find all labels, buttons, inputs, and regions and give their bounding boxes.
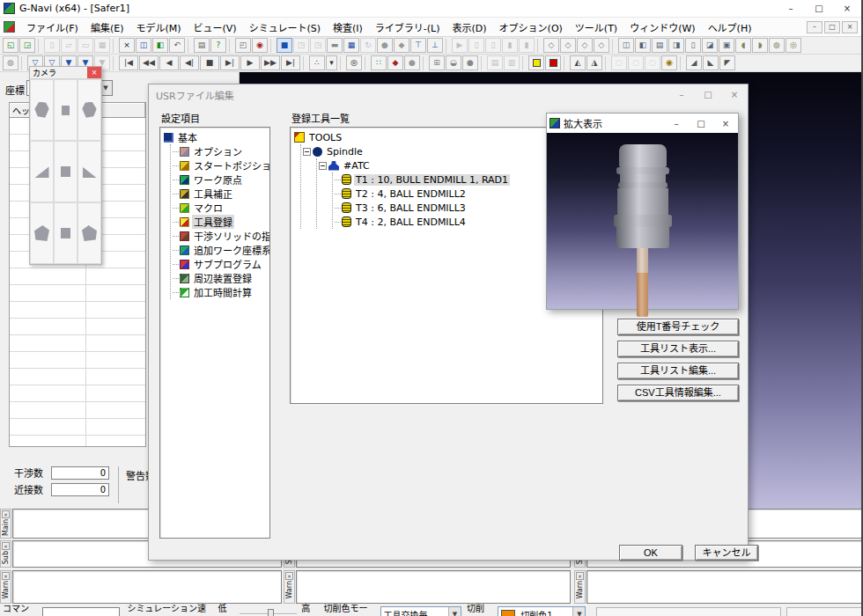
settings-tree-item[interactable]: スタートポジション (173, 158, 269, 172)
collapse-icon[interactable] (303, 148, 311, 156)
toolbar-button-icon[interactable]: ◗ (752, 38, 768, 53)
camera-view-button-sq-s[interactable] (54, 79, 77, 141)
toolbar-button-icon[interactable]: ▦ (343, 38, 359, 53)
tool-3d-preview[interactable] (547, 133, 738, 309)
toolbar-button-icon[interactable]: ◰ (235, 38, 251, 53)
side-button-4[interactable]: CSV工具情報編集... (617, 385, 739, 401)
toolbar-button-icon[interactable]: ◀◀ (139, 55, 159, 70)
toolbar-button-icon[interactable]: ◢ (686, 55, 702, 70)
toolbar-button-icon[interactable]: ◆ (387, 55, 403, 70)
toolbar-button-icon[interactable]: ◇ (560, 38, 576, 53)
close-icon[interactable]: × (2, 510, 10, 518)
output-panel-tab[interactable]: ×Sub (0, 540, 11, 568)
toolbar-button-icon[interactable]: ■ (277, 38, 292, 53)
close-icon[interactable]: × (285, 572, 293, 580)
close-icon[interactable]: × (2, 572, 10, 580)
toolbar-button-icon[interactable]: ◌ (628, 55, 644, 70)
zoom-minimize-button[interactable]: – (664, 114, 689, 133)
toolbar-button-icon[interactable]: ◇ (594, 38, 609, 53)
toolbar-button-icon[interactable]: ▦ (94, 38, 110, 53)
menu-item[interactable]: ウィンドウ(W) (623, 18, 701, 36)
toolbar-button-icon[interactable]: ∴ (309, 55, 325, 70)
zoom-maximize-button[interactable]: □ (689, 114, 713, 133)
toolbar-button-icon[interactable]: ◉ (661, 55, 677, 70)
simulation-speed-slider[interactable] (240, 608, 297, 616)
menu-item[interactable]: ビュー(V) (188, 18, 243, 36)
ok-button[interactable]: OK (619, 545, 682, 561)
toolbar-button-icon[interactable]: ▶| (220, 55, 240, 70)
toolbar-button-icon[interactable]: ⊞ (429, 55, 445, 70)
toolbar-button-icon[interactable]: ◲ (19, 38, 35, 53)
zoom-close-button[interactable]: × (713, 114, 738, 133)
toolbar-button-icon[interactable] (528, 55, 544, 70)
cut-color-select[interactable]: 切削色1 ▼ (498, 606, 586, 616)
side-button-1[interactable]: 使用T番号チェック (617, 319, 739, 335)
toolbar-button-icon[interactable]: ▤ (652, 38, 668, 53)
tree-item-root[interactable]: 基本 (164, 130, 269, 144)
toolbar-button-icon[interactable]: ◉ (252, 38, 268, 53)
settings-tree-item[interactable]: 周辺装置登録 (173, 271, 269, 285)
cut-color-mode-select[interactable]: 工具交換毎 ▼ (380, 606, 462, 616)
toolbar-button-icon[interactable]: ▶| (281, 55, 300, 70)
toolbar-button-icon[interactable]: ◍ (3, 55, 18, 70)
menu-item[interactable]: ファイル(F) (20, 18, 85, 36)
settings-tree-item[interactable]: 追加ワーク座標系 (173, 243, 269, 257)
toolbar-button-icon[interactable]: ◳ (310, 38, 326, 53)
toolbar-button-icon[interactable]: ▤ (487, 55, 503, 70)
toolbar-button-icon[interactable]: ◳ (293, 38, 309, 53)
toolbar-button-icon[interactable]: ◇ (577, 38, 593, 53)
menu-item[interactable]: シミュレート(S) (243, 18, 327, 36)
toolbar-button-icon[interactable]: ▯ (485, 38, 501, 53)
output-panel-tab[interactable]: ×Warn (574, 570, 586, 604)
output-panel-tab[interactable]: ×Main (0, 509, 11, 539)
toolbar-button-icon[interactable]: ▯ (685, 38, 701, 53)
close-icon[interactable]: × (576, 572, 584, 580)
toolbar-button-icon[interactable]: ▮ (519, 38, 535, 53)
toolbar-button-icon[interactable]: ◫ (618, 38, 634, 53)
toolbar-button-icon[interactable]: ▥ (504, 55, 520, 70)
toolbar-button-icon[interactable]: |◀ (119, 55, 138, 70)
camera-view-button-tri-l[interactable] (77, 141, 101, 202)
camera-view-button-sq[interactable] (54, 202, 77, 264)
toolbar-button-icon[interactable]: ? (210, 38, 226, 53)
command-input[interactable] (42, 607, 121, 616)
camera-view-button-tri-r[interactable] (30, 141, 54, 202)
toolbar-button-icon[interactable]: ◎ (346, 55, 362, 70)
minimize-button[interactable]: – (777, 0, 805, 17)
collapse-icon[interactable] (319, 162, 327, 170)
toolbar-button-icon[interactable]: ◱ (3, 38, 18, 53)
toolbar-button-icon[interactable]: ▮ (502, 38, 518, 53)
settings-tree-item[interactable]: 工具補正 (173, 187, 269, 201)
menu-item[interactable]: モデル(M) (129, 18, 187, 36)
toolbar-button-icon[interactable]: ◇ (543, 38, 559, 53)
toolbar-button-icon[interactable]: × (119, 38, 135, 53)
toolbar-button-icon[interactable]: ◒ (446, 55, 461, 70)
dialog-close-button[interactable]: × (721, 84, 748, 105)
mdi-minimize-button[interactable]: – (807, 21, 822, 33)
menu-item[interactable]: ツール(T) (569, 18, 623, 36)
toolbar-button-icon[interactable]: ◀ (159, 55, 179, 70)
settings-tree-item[interactable]: オプション (173, 144, 269, 158)
menu-item[interactable]: オプション(O) (493, 18, 569, 36)
toolbar-button-icon[interactable]: ⊥ (427, 38, 443, 53)
settings-tree-item[interactable]: マクロ (173, 201, 269, 215)
slider-thumb[interactable] (268, 609, 274, 616)
toolbar-button-icon[interactable]: ■ (200, 55, 219, 70)
toolbar-button-icon[interactable]: ◫ (136, 38, 151, 53)
toolbar-button-icon[interactable]: ● (462, 55, 478, 70)
toolbar-button-icon[interactable]: ▯ (468, 38, 484, 53)
toolbar-button-icon[interactable]: ◌ (645, 55, 660, 70)
settings-tree-item[interactable]: 干渉ソリッドの指定 (173, 229, 269, 243)
toolbar-button-icon[interactable]: ⊤ (410, 38, 426, 53)
side-button-2[interactable]: 工具リスト表示... (617, 341, 739, 357)
menu-item[interactable]: 表示(D) (446, 18, 493, 36)
toolbar-button-icon[interactable]: ◤ (719, 55, 735, 70)
settings-tree-item[interactable]: 加工時間計算 (173, 285, 269, 299)
mdi-restore-button[interactable]: □ (824, 21, 840, 33)
camera-view-button-sq[interactable] (54, 141, 77, 202)
toolbar-button-icon[interactable]: ▣ (719, 38, 734, 53)
toolbar-button-icon[interactable]: ▶ (452, 38, 468, 53)
toolbar-button-icon[interactable]: ◧ (152, 38, 168, 53)
toolbar-button-icon[interactable]: ◆ (394, 38, 409, 53)
menu-item[interactable]: ヘルプ(H) (702, 18, 758, 36)
